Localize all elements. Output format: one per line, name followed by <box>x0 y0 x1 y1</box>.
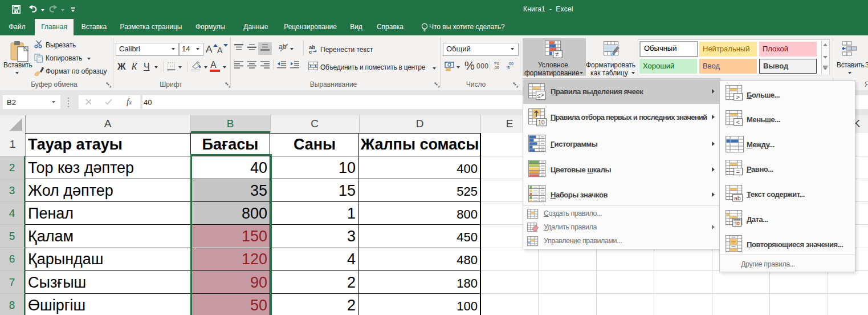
svg-text:>: > <box>736 94 740 100</box>
svg-text:,00: ,00 <box>494 66 499 70</box>
svg-text:≤>: ≤> <box>537 91 544 99</box>
svg-text:10: 10 <box>538 119 545 126</box>
svg-text:=: = <box>736 168 740 175</box>
svg-text:0: 0 <box>497 62 499 66</box>
svg-text:c: c <box>309 49 312 54</box>
svg-text:<: < <box>736 119 740 126</box>
svg-text:≠: ≠ <box>555 51 559 58</box>
svg-text:00: 00 <box>509 62 514 66</box>
svg-text:ab: ab <box>734 195 741 201</box>
